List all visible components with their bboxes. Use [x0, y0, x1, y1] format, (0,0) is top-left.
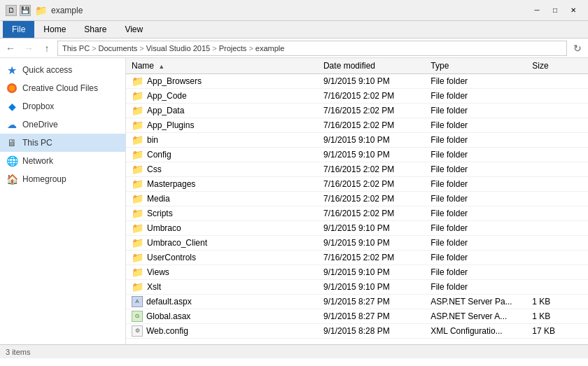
file-type-cell: File folder [425, 251, 526, 265]
file-type-cell: File folder [425, 280, 526, 295]
file-type-cell: File folder [425, 118, 526, 133]
file-date-cell: 7/16/2015 2:02 PM [318, 192, 425, 206]
table-row[interactable]: 📁 App_Plugins 7/16/2015 2:02 PM File fol… [126, 118, 588, 133]
file-name-cell: G Global.asax [126, 309, 318, 324]
file-type-cell: File folder [425, 148, 526, 162]
file-name-cell: A default.aspx [126, 295, 318, 309]
tab-share[interactable]: Share [75, 21, 115, 38]
addr-part-vs: Visual Studio 2015 [146, 44, 211, 52]
file-name: default.aspx [146, 297, 192, 307]
addr-sep-1: > [92, 44, 96, 52]
file-name: App_Browsers [147, 76, 202, 86]
sidebar-item-dropbox[interactable]: ◆ Dropbox [0, 97, 125, 115]
file-name: Config [147, 150, 172, 160]
file-type-cell: File folder [425, 236, 526, 251]
table-row[interactable]: ⚙ Web.config 9/1/2015 8:28 PM XML Config… [126, 324, 588, 339]
folder-icon: 📁 [132, 134, 144, 146]
tab-view[interactable]: View [115, 21, 152, 38]
sidebar-item-network[interactable]: 🌐 Network [0, 152, 125, 170]
title-bar-icons: 🗋 💾 [6, 5, 31, 16]
file-size-cell: 17 KB [526, 324, 588, 339]
folder-icon: 📁 [132, 193, 144, 204]
file-size-cell [526, 89, 588, 104]
table-row[interactable]: 📁 Umbraco_Client 9/1/2015 9:10 PM File f… [126, 236, 588, 251]
table-row[interactable]: 📁 Css 7/16/2015 2:02 PM File folder [126, 162, 588, 177]
col-header-date[interactable]: Date modified [318, 58, 425, 74]
tab-file[interactable]: File [3, 21, 34, 38]
table-row[interactable]: 📁 Media 7/16/2015 2:02 PM File folder [126, 192, 588, 206]
folder-icon: 📁 [132, 237, 144, 248]
sidebar-label-homegroup: Homegroup [22, 174, 66, 184]
ribbon: File Home Share View [0, 21, 588, 38]
sort-arrow-name: ▲ [158, 63, 164, 70]
addr-part-docs: Documents [99, 44, 138, 52]
table-row[interactable]: A default.aspx 9/1/2015 8:27 PM ASP.NET … [126, 295, 588, 309]
table-row[interactable]: 📁 App_Data 7/16/2015 2:02 PM File folder [126, 104, 588, 118]
creative-cloud-icon [6, 82, 18, 94]
table-header-row: Name ▲ Date modified Type Size [126, 58, 588, 74]
forward-button[interactable]: → [21, 41, 36, 56]
table-row[interactable]: 📁 Masterpages 7/16/2015 2:02 PM File fol… [126, 177, 588, 192]
file-size-cell [526, 192, 588, 206]
table-row[interactable]: 📁 Views 9/1/2015 9:10 PM File folder [126, 265, 588, 280]
folder-icon: 📁 [132, 164, 144, 175]
sidebar-item-quick-access[interactable]: ★ Quick access [0, 61, 125, 79]
up-button[interactable]: ↑ [39, 41, 55, 56]
aspx-icon: A [132, 296, 143, 307]
file-name: Css [147, 164, 162, 174]
file-date-cell: 9/1/2015 8:27 PM [318, 295, 425, 309]
sidebar-item-this-pc[interactable]: 🖥 This PC [0, 134, 125, 152]
table-row[interactable]: 📁 App_Browsers 9/1/2015 9:10 PM File fol… [126, 74, 588, 89]
sidebar-item-creative-cloud[interactable]: Creative Cloud Files [0, 79, 125, 97]
addr-part-pc: This PC [62, 44, 90, 52]
file-type-cell: File folder [425, 265, 526, 280]
table-row[interactable]: 📁 Config 9/1/2015 9:10 PM File folder [126, 148, 588, 162]
file-size-cell: 1 KB [526, 309, 588, 324]
file-name: Views [147, 267, 169, 277]
file-date-cell: 7/16/2015 2:02 PM [318, 118, 425, 133]
refresh-button[interactable]: ↻ [570, 41, 585, 56]
table-row[interactable]: 📁 Xslt 9/1/2015 9:10 PM File folder [126, 280, 588, 295]
table-row[interactable]: 📁 App_Code 7/16/2015 2:02 PM File folder [126, 89, 588, 104]
file-date-cell: 7/16/2015 2:02 PM [318, 206, 425, 221]
file-size-cell [526, 148, 588, 162]
sidebar-label-network: Network [22, 156, 53, 166]
col-header-size[interactable]: Size [526, 58, 588, 74]
file-date-cell: 9/1/2015 9:10 PM [318, 148, 425, 162]
file-name-cell: 📁 Masterpages [126, 177, 318, 192]
address-path[interactable]: This PC > Documents > Visual Studio 2015… [57, 41, 567, 56]
back-button[interactable]: ← [3, 41, 18, 56]
sidebar-item-homegroup[interactable]: 🏠 Homegroup [0, 170, 125, 188]
tab-home[interactable]: Home [34, 21, 75, 38]
col-header-name[interactable]: Name ▲ [126, 58, 318, 74]
file-date-cell: 9/1/2015 9:10 PM [318, 236, 425, 251]
file-size-cell [526, 74, 588, 89]
title-bar: 🗋 💾 📁 example ─ □ ✕ [0, 0, 588, 21]
folder-icon: 📁 [132, 178, 144, 190]
file-size-cell [526, 236, 588, 251]
file-type-cell: File folder [425, 104, 526, 118]
col-header-type[interactable]: Type [425, 58, 526, 74]
table-row[interactable]: 📁 Umbraco 9/1/2015 9:10 PM File folder [126, 221, 588, 236]
file-table-body: 📁 App_Browsers 9/1/2015 9:10 PM File fol… [126, 74, 588, 339]
sidebar-item-onedrive[interactable]: ☁ OneDrive [0, 115, 125, 134]
file-name-cell: 📁 bin [126, 133, 318, 148]
file-type-cell: File folder [425, 221, 526, 236]
sidebar-label-dropbox: Dropbox [22, 101, 54, 111]
file-size-cell [526, 118, 588, 133]
maximize-button[interactable]: □ [546, 3, 564, 17]
file-size-cell [526, 177, 588, 192]
table-row[interactable]: 📁 bin 9/1/2015 9:10 PM File folder [126, 133, 588, 148]
addr-part-projects: Projects [219, 44, 247, 52]
close-button[interactable]: ✕ [564, 3, 582, 17]
file-type-cell: File folder [425, 74, 526, 89]
table-row[interactable]: 📁 UserControls 7/16/2015 2:02 PM File fo… [126, 251, 588, 265]
file-name: Xslt [147, 282, 161, 292]
file-date-cell: 7/16/2015 2:02 PM [318, 162, 425, 177]
table-row[interactable]: 📁 Scripts 7/16/2015 2:02 PM File folder [126, 206, 588, 221]
table-row[interactable]: G Global.asax 9/1/2015 8:27 PM ASP.NET S… [126, 309, 588, 324]
addr-sep-3: > [212, 44, 216, 52]
file-name: Media [147, 194, 170, 204]
file-size-cell [526, 280, 588, 295]
minimize-button[interactable]: ─ [528, 3, 546, 17]
